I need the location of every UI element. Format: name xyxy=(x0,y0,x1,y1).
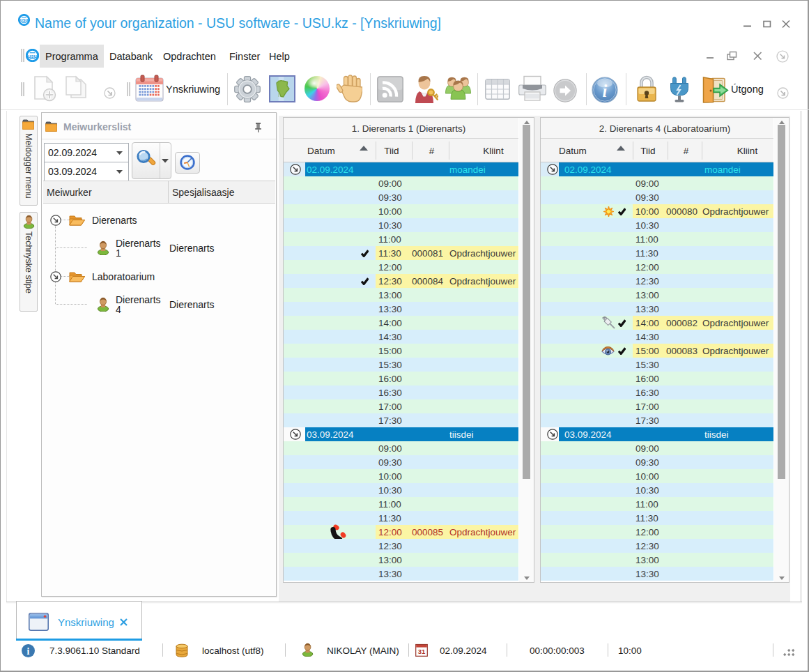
svg-text:31: 31 xyxy=(418,648,426,655)
svg-text:usu: usu xyxy=(20,17,29,22)
svg-text:i: i xyxy=(603,82,608,100)
svg-text:i: i xyxy=(27,646,30,657)
